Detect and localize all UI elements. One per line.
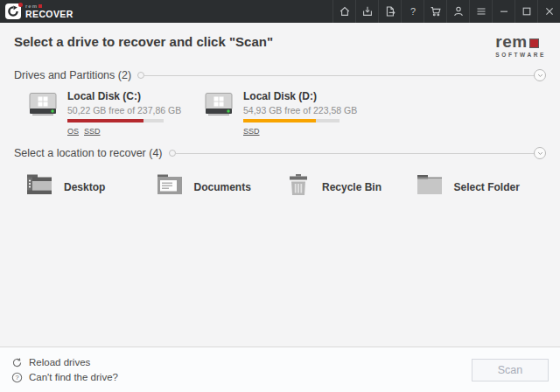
main-content: Select a drive to recover and click "Sca…: [0, 23, 560, 200]
cant-find-drive-link[interactable]: ? Can't find the drive?: [11, 372, 118, 383]
drive-tags: SSD: [243, 127, 357, 136]
svg-text:?: ?: [410, 6, 415, 17]
documents-folder-icon: [157, 174, 183, 200]
menu-icon[interactable]: [469, 0, 492, 23]
location-item-recycle-bin[interactable]: Recycle Bin: [286, 174, 416, 200]
refresh-icon: [11, 357, 23, 368]
drive-usage-bar: [67, 119, 164, 122]
remo-swirl-icon: [5, 4, 21, 19]
footer-bar: Reload drives ? Can't find the drive? Sc…: [0, 346, 560, 392]
reload-drives-link[interactable]: Reload drives: [11, 357, 118, 368]
drive-name: Local Disk (C:): [67, 90, 181, 102]
drive-tag-os: OS: [67, 127, 79, 136]
drive-capacity: 50,22 GB free of 237,86 GB: [67, 105, 181, 116]
logo-red-square: [529, 38, 539, 48]
location-label: Select Folder: [454, 181, 520, 193]
page-title: Select a drive to recover and click "Sca…: [14, 34, 273, 49]
home-icon[interactable]: [332, 0, 355, 23]
location-item-desktop[interactable]: Desktop: [26, 174, 157, 200]
maximize-icon[interactable]: [514, 0, 537, 23]
select-folder-icon: [416, 174, 443, 200]
account-icon[interactable]: [446, 0, 469, 23]
drive-usage-fill: [67, 119, 144, 122]
remo-recover-window: rem RECOVER ?: [0, 0, 560, 392]
drive-tag-ssd: SSD: [243, 127, 260, 136]
logo-subtitle: SOFTWARE: [495, 52, 546, 58]
locations-list: Desktop Documents: [14, 174, 546, 200]
drive-tag-ssd: SSD: [84, 127, 101, 136]
locations-section-header: Select a location to recover (4): [14, 147, 546, 159]
location-item-documents[interactable]: Documents: [157, 174, 287, 200]
help-icon[interactable]: ?: [401, 0, 424, 23]
collapse-chevron-icon[interactable]: [534, 69, 546, 81]
titlebar: rem RECOVER ?: [0, 0, 560, 23]
drive-name: Local Disk (D:): [243, 90, 357, 102]
close-icon[interactable]: [537, 0, 560, 23]
drive-capacity: 54,93 GB free of 223,58 GB: [243, 105, 357, 116]
reload-drives-label: Reload drives: [29, 357, 90, 368]
location-label: Documents: [194, 181, 251, 193]
collapse-chevron-icon[interactable]: [534, 147, 546, 159]
drives-section-label: Drives and Partitions (2): [14, 69, 131, 81]
question-circle-icon: ?: [11, 372, 23, 383]
scan-button[interactable]: Scan: [472, 359, 549, 382]
drive-tags: OS SSD: [67, 127, 181, 136]
titlebar-actions: ?: [332, 0, 560, 23]
section-divider-line: [175, 153, 535, 154]
brand-product: RECOVER: [25, 10, 74, 19]
recycle-bin-icon: [286, 174, 311, 200]
hard-drive-icon: [26, 91, 60, 136]
remo-software-logo: rem SOFTWARE: [495, 34, 546, 58]
drive-usage-fill: [243, 119, 316, 122]
location-item-select-folder[interactable]: Select Folder: [416, 174, 547, 200]
svg-text:?: ?: [15, 374, 18, 382]
cant-find-drive-label: Can't find the drive?: [29, 372, 118, 382]
brand-red-square: [38, 4, 42, 8]
locations-section-label: Select a location to recover (4): [14, 147, 163, 159]
desktop-folder-icon: [26, 174, 52, 200]
location-label: Desktop: [64, 181, 105, 193]
drive-usage-bar: [243, 119, 340, 122]
drive-item-c[interactable]: Local Disk (C:) 50,22 GB free of 237,86 …: [26, 90, 202, 136]
minimize-icon[interactable]: [492, 0, 514, 23]
app-logo: rem RECOVER: [5, 0, 74, 23]
logo-word: rem: [495, 34, 527, 49]
hard-drive-icon: [202, 91, 235, 136]
location-label: Recycle Bin: [322, 181, 382, 193]
drives-list: Local Disk (C:) 50,22 GB free of 237,86 …: [14, 90, 546, 136]
logo-red-dot: [18, 3, 23, 7]
cart-icon[interactable]: [424, 0, 446, 23]
section-divider-line: [144, 75, 535, 76]
save-session-icon[interactable]: [355, 0, 378, 23]
drives-section-header: Drives and Partitions (2): [14, 69, 546, 81]
page-header: Select a drive to recover and click "Sca…: [14, 23, 546, 58]
open-file-icon[interactable]: [378, 0, 401, 23]
drive-item-d[interactable]: Local Disk (D:) 54,93 GB free of 223,58 …: [202, 90, 378, 136]
